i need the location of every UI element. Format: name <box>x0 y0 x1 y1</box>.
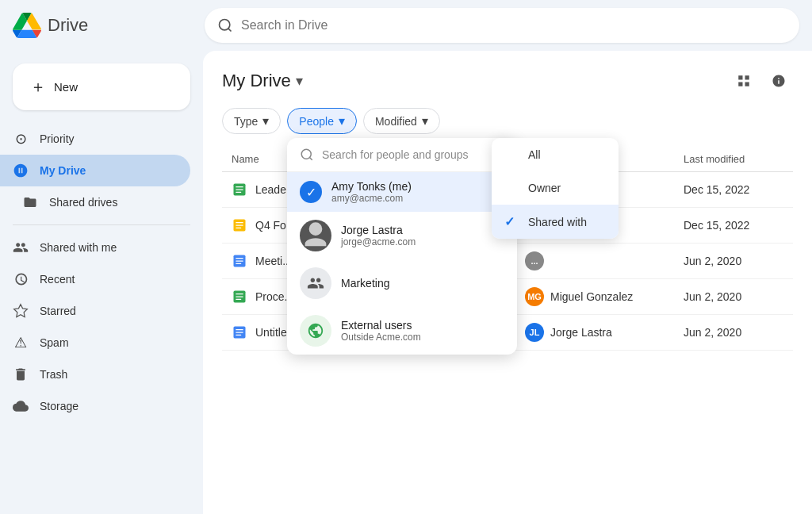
sidebar-item-trash[interactable]: Trash <box>0 359 190 390</box>
owner-avatar: JL <box>525 323 544 342</box>
modified-date: Jun 2, 2020 <box>674 315 793 351</box>
sidebar-item-starred[interactable]: Starred <box>0 295 190 327</box>
svg-point-0 <box>220 20 230 30</box>
main-layout: ＋ New ⊙ Priority My Drive Shared drives <box>0 51 812 514</box>
content-area: My Drive ▾ Type ▾ People ▾ <box>203 51 812 514</box>
jorge-email: jorge@acme.com <box>341 236 491 247</box>
owner-option-all[interactable]: All <box>492 138 619 171</box>
owner-name: Miguel Gonzalez <box>550 290 633 303</box>
sidebar-item-label-trash: Trash <box>40 368 67 381</box>
all-check <box>504 148 520 162</box>
modified-filter-arrow: ▾ <box>422 113 428 128</box>
amy-email: amy@acme.com <box>331 193 491 204</box>
drive-header: My Drive ▾ <box>222 67 793 95</box>
drive-title-arrow: ▾ <box>296 72 303 90</box>
type-filter[interactable]: Type ▾ <box>222 108 281 134</box>
sidebar-item-shared-with-me[interactable]: Shared with me <box>0 232 190 263</box>
file-icon <box>232 289 247 305</box>
modified-date: Dec 15, 2022 <box>674 208 793 244</box>
app-name: Drive <box>48 15 88 36</box>
sidebar-item-label-starred: Starred <box>40 305 76 317</box>
owner-dropdown: All Owner ✓ Shared with <box>492 138 619 239</box>
nav-section-2: Shared with me Recent Starred ⚠ Spam <box>0 232 203 422</box>
logo-area: Drive <box>13 11 195 40</box>
sidebar-item-my-drive[interactable]: My Drive <box>0 155 190 186</box>
nav-divider <box>13 224 190 225</box>
amy-check-icon: ✓ <box>300 181 322 203</box>
people-search-placeholder: Search for people and groups <box>322 148 468 161</box>
new-button[interactable]: ＋ New <box>13 63 190 110</box>
recent-icon <box>13 271 29 287</box>
owner-avatar: MG <box>525 287 544 306</box>
sidebar-item-priority[interactable]: ⊙ Priority <box>0 123 190 155</box>
shared-with-label: Shared with <box>528 216 587 228</box>
owner-check <box>504 181 520 195</box>
file-icon <box>232 324 247 340</box>
people-item-amy[interactable]: ✓ Amy Tonks (me) amy@acme.com › <box>287 172 517 212</box>
sidebar-item-label-shared-with-me: Shared with me <box>40 241 117 254</box>
shared-drives-icon <box>22 194 38 210</box>
sidebar-item-shared-drives[interactable]: Shared drives <box>0 186 190 218</box>
type-filter-arrow: ▾ <box>262 113 269 128</box>
people-item-external[interactable]: External users Outside Acme.com <box>287 307 517 355</box>
owner-option-shared-with[interactable]: ✓ Shared with <box>492 205 619 239</box>
external-info: External users Outside Acme.com <box>341 319 504 343</box>
nav-section: ⊙ Priority My Drive Shared drives <box>0 123 203 218</box>
my-drive-icon <box>13 163 29 178</box>
shared-with-me-icon <box>13 240 29 255</box>
modified-filter[interactable]: Modified ▾ <box>363 108 440 134</box>
marketing-info: Marketing <box>341 277 504 290</box>
marketing-name: Marketing <box>341 277 504 290</box>
sidebar-item-label-my-drive: My Drive <box>40 164 86 177</box>
new-button-label: New <box>54 80 78 94</box>
col-modified: Last modified <box>674 147 793 172</box>
sidebar-item-storage[interactable]: Storage <box>0 390 190 422</box>
sidebar-item-label-spam: Spam <box>40 336 69 349</box>
external-avatar <box>300 315 331 347</box>
owner-avatar: ... <box>525 251 544 270</box>
owner-option-owner[interactable]: Owner <box>492 171 619 205</box>
sidebar-item-label-recent: Recent <box>40 273 75 286</box>
jorge-name: Jorge Lastra <box>341 224 491 236</box>
modified-filter-label: Modified <box>375 115 417 128</box>
topbar: Drive <box>0 0 812 51</box>
search-icon <box>217 17 233 33</box>
priority-icon: ⊙ <box>13 131 29 147</box>
trash-icon <box>13 366 29 382</box>
modified-date: Jun 2, 2020 <box>674 244 793 279</box>
people-search-bar[interactable]: Search for people and groups <box>287 138 517 172</box>
jorge-info: Jorge Lastra jorge@acme.com <box>341 224 491 247</box>
starred-icon <box>13 303 29 319</box>
people-filter-arrow: ▾ <box>339 113 345 128</box>
people-item-jorge[interactable]: Jorge Lastra jorge@acme.com › <box>287 212 517 259</box>
drive-title[interactable]: My Drive ▾ <box>222 71 303 91</box>
svg-marker-1 <box>14 305 28 317</box>
modified-date: Jun 2, 2020 <box>674 279 793 315</box>
storage-icon <box>13 398 29 414</box>
file-icon <box>232 217 247 233</box>
amy-name: Amy Tonks (me) <box>331 180 491 193</box>
sidebar-item-spam[interactable]: ⚠ Spam <box>0 327 190 359</box>
amy-info: Amy Tonks (me) amy@acme.com <box>331 180 491 204</box>
file-icon <box>232 182 247 198</box>
people-search-icon <box>300 148 314 162</box>
file-icon <box>232 253 247 269</box>
owner-name: Jorge Lastra <box>550 326 612 339</box>
people-item-marketing[interactable]: Marketing <box>287 259 517 307</box>
sidebar-item-label-priority: Priority <box>40 132 75 145</box>
people-filter[interactable]: People ▾ <box>287 108 357 134</box>
search-bar[interactable] <box>205 8 799 43</box>
info-button[interactable] <box>764 67 793 95</box>
plus-icon: ＋ <box>30 76 46 98</box>
svg-point-2 <box>301 149 311 159</box>
marketing-avatar <box>300 267 331 299</box>
sidebar-item-label-shared-drives: Shared drives <box>49 196 117 209</box>
search-input[interactable] <box>241 18 787 33</box>
owner-label: Owner <box>528 182 561 194</box>
drive-title-text: My Drive <box>222 71 291 91</box>
header-actions <box>730 67 793 95</box>
people-dropdown: Search for people and groups ✓ Amy Tonks… <box>287 138 517 355</box>
external-name: External users <box>341 319 504 332</box>
sidebar-item-recent[interactable]: Recent <box>0 263 190 295</box>
grid-view-button[interactable] <box>730 67 758 95</box>
